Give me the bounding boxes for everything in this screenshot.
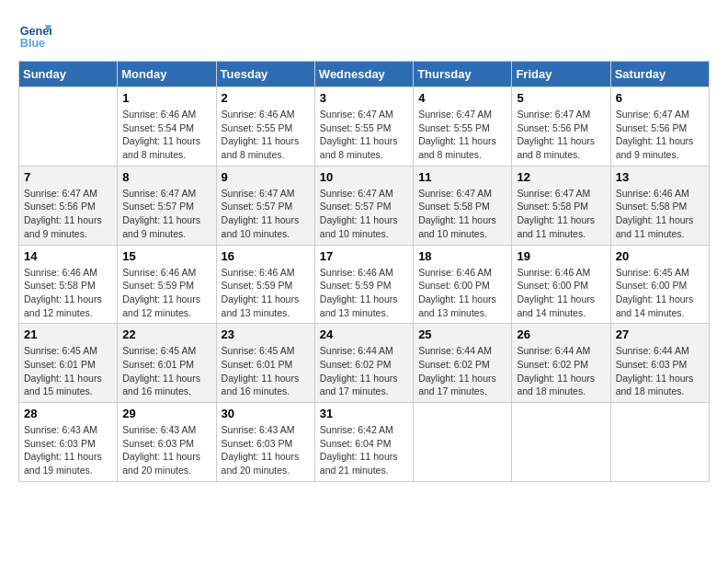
calendar-week-row: 28Sunrise: 6:43 AM Sunset: 6:03 PM Dayli… — [19, 403, 710, 482]
day-number: 1 — [122, 91, 210, 105]
calendar-week-row: 14Sunrise: 6:46 AM Sunset: 5:58 PM Dayli… — [19, 245, 710, 324]
day-number: 11 — [418, 170, 506, 184]
day-info: Sunrise: 6:47 AM Sunset: 5:57 PM Dayligh… — [222, 187, 310, 241]
calendar-cell: 20Sunrise: 6:45 AM Sunset: 6:00 PM Dayli… — [610, 245, 709, 324]
calendar-cell: 8Sunrise: 6:47 AM Sunset: 5:57 PM Daylig… — [118, 166, 216, 245]
logo: General Blue — [18, 18, 55, 52]
calendar-cell: 12Sunrise: 6:47 AM Sunset: 5:58 PM Dayli… — [512, 166, 610, 245]
calendar-cell — [610, 403, 709, 482]
day-number: 9 — [222, 170, 310, 184]
day-info: Sunrise: 6:47 AM Sunset: 5:56 PM Dayligh… — [517, 108, 605, 162]
day-number: 12 — [517, 170, 605, 184]
day-info: Sunrise: 6:47 AM Sunset: 5:57 PM Dayligh… — [320, 187, 408, 241]
day-number: 16 — [222, 249, 310, 263]
day-info: Sunrise: 6:44 AM Sunset: 6:02 PM Dayligh… — [320, 344, 408, 398]
weekday-header: Friday — [512, 62, 610, 87]
day-number: 15 — [122, 249, 210, 263]
calendar-cell: 14Sunrise: 6:46 AM Sunset: 5:58 PM Dayli… — [19, 245, 118, 324]
weekday-header: Thursday — [414, 62, 512, 87]
day-info: Sunrise: 6:45 AM Sunset: 6:01 PM Dayligh… — [24, 344, 112, 398]
day-number: 19 — [517, 249, 605, 263]
day-info: Sunrise: 6:47 AM Sunset: 5:56 PM Dayligh… — [24, 187, 112, 241]
calendar-week-row: 7Sunrise: 6:47 AM Sunset: 5:56 PM Daylig… — [19, 166, 710, 245]
day-number: 4 — [418, 91, 506, 105]
day-number: 23 — [222, 327, 310, 341]
calendar-cell: 6Sunrise: 6:47 AM Sunset: 5:56 PM Daylig… — [610, 87, 709, 167]
day-info: Sunrise: 6:46 AM Sunset: 5:59 PM Dayligh… — [122, 266, 210, 320]
calendar-cell: 16Sunrise: 6:46 AM Sunset: 5:59 PM Dayli… — [216, 245, 314, 324]
calendar-table: SundayMondayTuesdayWednesdayThursdayFrid… — [18, 61, 710, 482]
day-info: Sunrise: 6:44 AM Sunset: 6:03 PM Dayligh… — [616, 344, 704, 398]
day-number: 17 — [320, 249, 408, 263]
day-info: Sunrise: 6:46 AM Sunset: 5:55 PM Dayligh… — [222, 108, 310, 162]
day-info: Sunrise: 6:46 AM Sunset: 5:58 PM Dayligh… — [24, 266, 112, 320]
day-number: 21 — [24, 327, 112, 341]
calendar-cell: 22Sunrise: 6:45 AM Sunset: 6:01 PM Dayli… — [118, 324, 216, 403]
day-number: 22 — [122, 327, 210, 341]
day-info: Sunrise: 6:44 AM Sunset: 6:02 PM Dayligh… — [517, 344, 605, 398]
calendar-cell: 11Sunrise: 6:47 AM Sunset: 5:58 PM Dayli… — [414, 166, 512, 245]
day-number: 3 — [320, 91, 408, 105]
day-number: 25 — [418, 327, 506, 341]
day-info: Sunrise: 6:47 AM Sunset: 5:58 PM Dayligh… — [418, 187, 506, 241]
day-info: Sunrise: 6:47 AM Sunset: 5:55 PM Dayligh… — [320, 108, 408, 162]
day-info: Sunrise: 6:42 AM Sunset: 6:04 PM Dayligh… — [320, 423, 408, 477]
calendar-cell: 4Sunrise: 6:47 AM Sunset: 5:55 PM Daylig… — [414, 87, 512, 167]
day-info: Sunrise: 6:46 AM Sunset: 5:54 PM Dayligh… — [122, 108, 210, 162]
day-number: 2 — [222, 91, 310, 105]
day-info: Sunrise: 6:45 AM Sunset: 6:00 PM Dayligh… — [616, 266, 704, 320]
day-number: 20 — [616, 249, 704, 263]
calendar-cell: 26Sunrise: 6:44 AM Sunset: 6:02 PM Dayli… — [512, 324, 610, 403]
day-info: Sunrise: 6:44 AM Sunset: 6:02 PM Dayligh… — [418, 344, 506, 398]
calendar-cell: 5Sunrise: 6:47 AM Sunset: 5:56 PM Daylig… — [512, 87, 610, 167]
day-number: 8 — [122, 170, 210, 184]
day-info: Sunrise: 6:46 AM Sunset: 6:00 PM Dayligh… — [418, 266, 506, 320]
weekday-header: Saturday — [610, 62, 709, 87]
calendar-cell: 13Sunrise: 6:46 AM Sunset: 5:58 PM Dayli… — [610, 166, 709, 245]
day-number: 10 — [320, 170, 408, 184]
day-number: 13 — [616, 170, 704, 184]
calendar-week-row: 21Sunrise: 6:45 AM Sunset: 6:01 PM Dayli… — [19, 324, 710, 403]
calendar-cell: 31Sunrise: 6:42 AM Sunset: 6:04 PM Dayli… — [314, 403, 413, 482]
day-number: 24 — [320, 327, 408, 341]
day-number: 5 — [517, 91, 605, 105]
day-info: Sunrise: 6:45 AM Sunset: 6:01 PM Dayligh… — [122, 344, 210, 398]
day-number: 14 — [24, 249, 112, 263]
calendar-week-row: 1Sunrise: 6:46 AM Sunset: 5:54 PM Daylig… — [19, 87, 710, 167]
calendar-cell: 27Sunrise: 6:44 AM Sunset: 6:03 PM Dayli… — [610, 324, 709, 403]
day-number: 26 — [517, 327, 605, 341]
calendar-cell: 28Sunrise: 6:43 AM Sunset: 6:03 PM Dayli… — [19, 403, 118, 482]
calendar-cell: 23Sunrise: 6:45 AM Sunset: 6:01 PM Dayli… — [216, 324, 314, 403]
weekday-header: Tuesday — [216, 62, 314, 87]
day-number: 27 — [616, 327, 704, 341]
calendar-cell — [19, 87, 118, 167]
day-info: Sunrise: 6:47 AM Sunset: 5:56 PM Dayligh… — [616, 108, 704, 162]
logo-icon: General Blue — [18, 18, 51, 52]
day-info: Sunrise: 6:43 AM Sunset: 6:03 PM Dayligh… — [24, 423, 112, 477]
day-number: 18 — [418, 249, 506, 263]
calendar-cell: 15Sunrise: 6:46 AM Sunset: 5:59 PM Dayli… — [118, 245, 216, 324]
calendar-cell: 25Sunrise: 6:44 AM Sunset: 6:02 PM Dayli… — [414, 324, 512, 403]
day-number: 29 — [122, 407, 210, 420]
calendar-cell: 30Sunrise: 6:43 AM Sunset: 6:03 PM Dayli… — [216, 403, 314, 482]
day-number: 30 — [222, 407, 310, 420]
calendar-cell: 7Sunrise: 6:47 AM Sunset: 5:56 PM Daylig… — [19, 166, 118, 245]
calendar-cell: 17Sunrise: 6:46 AM Sunset: 5:59 PM Dayli… — [314, 245, 413, 324]
calendar-cell: 19Sunrise: 6:46 AM Sunset: 6:00 PM Dayli… — [512, 245, 610, 324]
weekday-header: Sunday — [19, 62, 118, 87]
weekday-header: Monday — [118, 62, 216, 87]
calendar-cell: 18Sunrise: 6:46 AM Sunset: 6:00 PM Dayli… — [414, 245, 512, 324]
day-info: Sunrise: 6:45 AM Sunset: 6:01 PM Dayligh… — [222, 344, 310, 398]
calendar-cell: 9Sunrise: 6:47 AM Sunset: 5:57 PM Daylig… — [216, 166, 314, 245]
day-info: Sunrise: 6:46 AM Sunset: 5:59 PM Dayligh… — [320, 266, 408, 320]
calendar-cell — [414, 403, 512, 482]
calendar-cell: 10Sunrise: 6:47 AM Sunset: 5:57 PM Dayli… — [314, 166, 413, 245]
svg-text:Blue: Blue — [20, 37, 45, 50]
day-number: 28 — [24, 407, 112, 420]
day-info: Sunrise: 6:43 AM Sunset: 6:03 PM Dayligh… — [122, 423, 210, 477]
day-number: 7 — [24, 170, 112, 184]
calendar-cell: 2Sunrise: 6:46 AM Sunset: 5:55 PM Daylig… — [216, 87, 314, 167]
calendar-cell: 24Sunrise: 6:44 AM Sunset: 6:02 PM Dayli… — [314, 324, 413, 403]
day-info: Sunrise: 6:46 AM Sunset: 5:59 PM Dayligh… — [222, 266, 310, 320]
calendar-cell — [512, 403, 610, 482]
